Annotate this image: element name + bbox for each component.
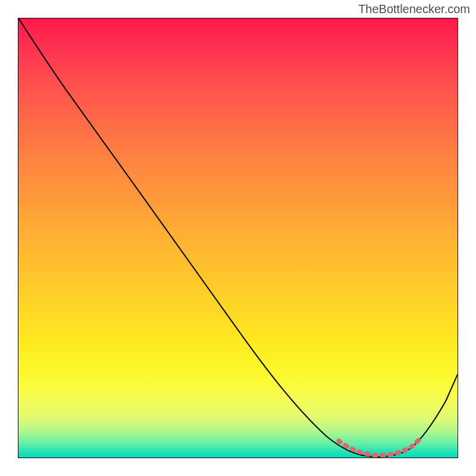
- chart-area: [18, 18, 458, 458]
- watermark-text: TheBottlenecker.com: [358, 2, 470, 16]
- bottleneck-curve-path: [18, 18, 458, 457]
- chart-svg: [18, 18, 458, 458]
